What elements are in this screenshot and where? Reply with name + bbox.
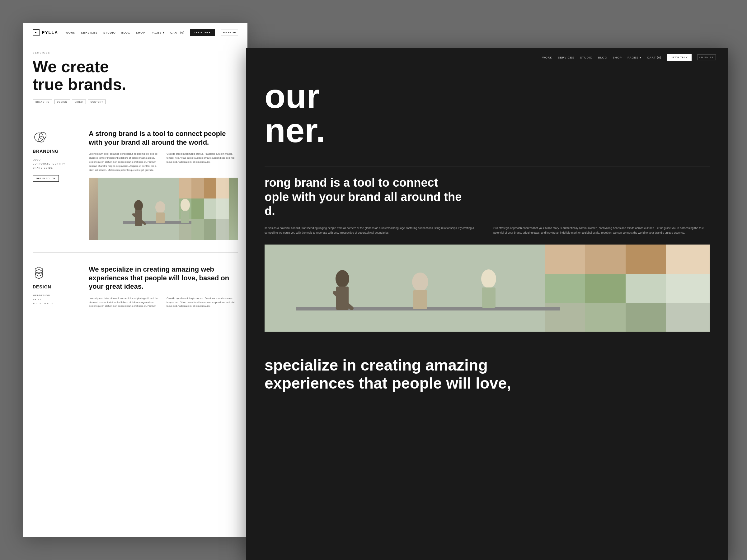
svg-marker-25: [35, 272, 43, 279]
dark-nav-work[interactable]: WORK: [542, 56, 552, 59]
svg-rect-23: [181, 211, 189, 223]
sub-brand-guide: BRAND GUIDE: [33, 167, 82, 169]
language-selector[interactable]: EN EN FR: [221, 30, 238, 35]
svg-point-2: [38, 137, 44, 142]
svg-rect-48: [482, 288, 495, 308]
hero-title-line2: true brands.: [33, 76, 238, 93]
nav-pages[interactable]: PAGES ▾: [151, 31, 165, 34]
design-right: We specialize in creating amazing web ex…: [89, 265, 238, 314]
sub-logo: LOGO: [33, 159, 82, 161]
nav-services[interactable]: SERVICES: [81, 31, 97, 34]
svg-point-22: [181, 199, 190, 211]
branding-title: BRANDING: [33, 149, 82, 154]
sub-social-media: SOCIAL MEDIA: [33, 302, 82, 304]
svg-point-1: [39, 132, 46, 139]
dark-hero-title-2: ner.: [264, 113, 710, 148]
dark-branding-heading: rong brand is a tool to connect ople wit…: [264, 176, 710, 218]
hero-section: SERVICES We create true brands. BRANDING…: [23, 42, 248, 110]
design-section: DESIGN WEBDESIGN PRINT SOCIAL MEDIA We s…: [23, 259, 248, 320]
svg-rect-33: [545, 274, 585, 303]
dark-branding-section: rong brand is a tool to connect ople wit…: [246, 176, 728, 344]
design-body-right: Gravida quis blandit turpis cursus. Fauc…: [166, 296, 238, 308]
tag-design[interactable]: DESIGN: [54, 100, 70, 104]
nav-links: WORK SERVICES STUDIO BLOG SHOP PAGES ▾ C…: [66, 29, 215, 36]
svg-marker-26: [35, 269, 43, 276]
svg-rect-29: [545, 244, 585, 274]
divider-2: [33, 252, 238, 252]
svg-rect-14: [204, 219, 216, 240]
branding-heading: A strong brand is a tool to connect peop…: [89, 129, 238, 146]
svg-rect-39: [626, 303, 666, 331]
nav-studio[interactable]: STUDIO: [103, 31, 116, 34]
hero-title: We create true brands.: [33, 58, 238, 93]
sub-webdesign: WEBDESIGN: [33, 294, 82, 296]
dark-lets-talk-button[interactable]: LET'S TALK: [667, 54, 692, 61]
dark-nav-services[interactable]: SERVICES: [558, 56, 574, 59]
light-page: ■ FYLLA WORK SERVICES STUDIO BLOG SHOP P…: [23, 23, 248, 537]
lang-fr[interactable]: FR: [232, 31, 236, 34]
svg-rect-30: [585, 244, 626, 274]
svg-rect-36: [666, 274, 710, 303]
svg-rect-13: [191, 219, 204, 240]
svg-point-20: [155, 201, 165, 213]
svg-marker-27: [35, 267, 43, 274]
dark-nav-studio[interactable]: STUDIO: [580, 56, 593, 59]
tag-video[interactable]: VIDEO: [72, 100, 86, 104]
design-body-left: Lorem ipsum dolor sit amet, consectetur …: [89, 296, 160, 308]
dark-lang-en[interactable]: EN: [704, 56, 709, 59]
dark-branding-image: [264, 244, 710, 331]
tag-branding[interactable]: BRANDING: [33, 100, 52, 104]
nav-work[interactable]: WORK: [66, 31, 75, 34]
svg-rect-10: [204, 198, 216, 219]
svg-rect-21: [156, 212, 165, 223]
svg-point-45: [412, 272, 428, 291]
dark-nav-cart[interactable]: CART (0): [647, 56, 662, 59]
tags-row: BRANDING DESIGN VIDEO CONTENT: [33, 100, 238, 104]
sub-print: PRINT: [33, 298, 82, 300]
branding-section: BRANDING LOGO CORPORATE IDENTITY BRAND G…: [23, 123, 248, 246]
design-heading: We specialize in creating amazing web ex…: [89, 265, 238, 291]
dark-language-selector[interactable]: LN EN FR: [697, 54, 716, 60]
svg-rect-41: [296, 307, 560, 311]
get-in-touch-button[interactable]: GET IN TOUCH: [33, 175, 59, 182]
dark-heading-line2: ople with your brand all around the: [264, 190, 710, 205]
dark-nav-pages[interactable]: PAGES ▾: [627, 56, 642, 59]
svg-rect-5: [191, 178, 204, 198]
dark-heading-line3: d.: [264, 204, 710, 218]
lang-en1[interactable]: EN: [223, 31, 227, 34]
dark-body-left: serves as a powerful conduit, transcendi…: [264, 226, 481, 236]
lets-talk-button[interactable]: LET'S TALK: [190, 29, 215, 36]
svg-rect-6: [204, 178, 216, 198]
dark-body-right: Our strategic approach ensures that your…: [493, 226, 710, 236]
nav-cart[interactable]: CART (0): [170, 31, 185, 34]
nav-shop[interactable]: SHOP: [136, 31, 145, 34]
svg-point-17: [134, 200, 143, 211]
dark-lang-ln[interactable]: LN: [699, 56, 703, 59]
lang-en2[interactable]: EN: [228, 31, 231, 34]
dark-lang-fr[interactable]: FR: [710, 56, 714, 59]
svg-rect-38: [585, 303, 626, 331]
branding-body-right: Gravida quis blandit turpis cursus. Fauc…: [166, 152, 238, 172]
svg-rect-7: [216, 178, 229, 198]
dark-design-heading: specialize in creating amazing experienc…: [264, 356, 710, 392]
dark-design-section: specialize in creating amazing experienc…: [246, 344, 728, 402]
design-icon: [33, 265, 48, 281]
svg-rect-35: [626, 274, 666, 303]
svg-point-42: [336, 270, 349, 288]
nav-blog[interactable]: BLOG: [121, 31, 130, 34]
design-body: Lorem ipsum dolor sit amet, consectetur …: [89, 296, 238, 308]
branding-left: BRANDING LOGO CORPORATE IDENTITY BRAND G…: [33, 129, 82, 240]
dark-nav-shop[interactable]: SHOP: [613, 56, 622, 59]
tag-content[interactable]: CONTENT: [88, 100, 106, 104]
svg-rect-11: [216, 198, 229, 219]
branding-icon: [33, 129, 48, 145]
logo[interactable]: ■ FYLLA: [33, 29, 58, 36]
logo-icon: ■: [33, 29, 40, 36]
dark-design-line1: specialize in creating amazing: [264, 356, 710, 375]
dark-nav-blog[interactable]: BLOG: [598, 56, 607, 59]
logo-text: FYLLA: [42, 30, 58, 35]
services-label: SERVICES: [33, 51, 238, 54]
svg-rect-40: [666, 303, 710, 331]
dark-branding-body: serves as a powerful conduit, transcendi…: [264, 226, 710, 236]
light-nav: ■ FYLLA WORK SERVICES STUDIO BLOG SHOP P…: [23, 23, 248, 42]
